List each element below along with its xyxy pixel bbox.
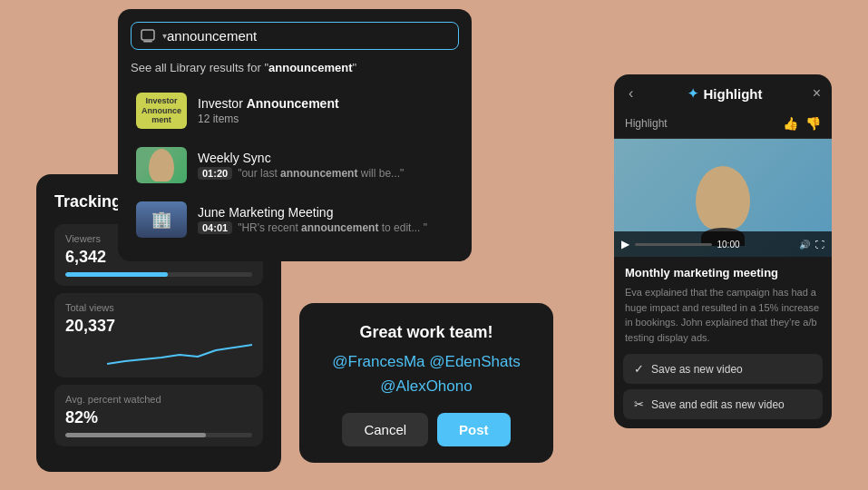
video-controls-bar[interactable]: ▶ 10:00 🔊 ⛶ xyxy=(614,231,832,257)
sparkline-area xyxy=(65,341,252,368)
highlight-info: Monthly marketing meeting Eva explained … xyxy=(614,257,832,354)
result-title-weekly: Weekly Sync xyxy=(198,151,454,165)
highlight-back-button[interactable]: ‹ xyxy=(625,83,637,103)
save-as-new-video-button[interactable]: ✓ Save as new video xyxy=(623,354,823,384)
mention-title: Great work team! xyxy=(317,323,535,342)
stat-label-total-views: Total views xyxy=(65,302,252,313)
person-face xyxy=(696,166,750,230)
video-thumbnail: ▶ 10:00 🔊 ⛶ xyxy=(614,139,832,257)
time-badge-weekly: 01:20 xyxy=(198,167,232,180)
highlight-video-title: Monthly marketing meeting xyxy=(625,266,821,279)
highlight-header: ‹ ✦ Highlight × xyxy=(614,74,832,113)
save-as-new-label: Save as new video xyxy=(651,363,743,376)
stat-bar-fill-viewers xyxy=(65,272,168,277)
search-result-june[interactable]: 🏢 June Marketing Meeting 04:01 "HR's rec… xyxy=(131,194,459,245)
time-badge-june: 04:01 xyxy=(198,221,232,234)
video-time: 10:00 xyxy=(717,240,795,250)
highlight-video-desc: Eva explained that the campaign has had … xyxy=(625,285,821,345)
result-info-investor: Investor Announcement 12 items xyxy=(198,96,454,125)
thumb-investor: InvestorAnnouncement xyxy=(136,93,187,129)
svg-rect-1 xyxy=(143,41,152,43)
search-hint: See all Library results for "announcemen… xyxy=(131,61,459,74)
highlight-title: Highlight xyxy=(704,86,763,102)
save-and-edit-button[interactable]: ✂ Save and edit as new video xyxy=(623,389,823,419)
highlight-star-icon: ✦ xyxy=(688,86,698,101)
play-icon[interactable]: ▶ xyxy=(621,238,629,250)
mention-actions: Cancel Post xyxy=(317,413,535,446)
fullscreen-icon[interactable]: ⛶ xyxy=(815,240,824,250)
search-input-row[interactable]: ▾ xyxy=(131,22,459,50)
progress-bar xyxy=(635,243,712,246)
highlight-panel: ‹ ✦ Highlight × Highlight 👍 👎 ▶ 10:00 🔊 … xyxy=(614,74,832,428)
result-count-investor: 12 items xyxy=(198,113,454,125)
stat-value-avg-watched: 82% xyxy=(65,408,252,427)
highlight-close-button[interactable]: × xyxy=(813,85,821,102)
volume-icon[interactable]: 🔊 xyxy=(799,240,810,250)
mention-panel: Great work team! @FrancesMa @EdenShats@A… xyxy=(299,303,553,463)
stat-bar-fill-avg xyxy=(65,433,206,437)
snippet-june: "HR's recent announcement to edit... " xyxy=(238,221,427,234)
highlight-actions: ✓ Save as new video ✂ Save and edit as n… xyxy=(614,354,832,428)
search-dropdown: ▾ See all Library results for "announcem… xyxy=(118,9,472,261)
result-info-weekly: Weekly Sync 01:20 "our last announcement… xyxy=(198,151,454,180)
result-title-june: June Marketing Meeting xyxy=(198,205,454,220)
result-info-june: June Marketing Meeting 04:01 "HR's recen… xyxy=(198,205,454,234)
snippet-weekly: "our last announcement will be..." xyxy=(238,167,404,180)
mention-tags: @FrancesMa @EdenShats@AlexOhono xyxy=(317,349,535,398)
thumb-june: 🏢 xyxy=(136,201,187,238)
check-icon: ✓ xyxy=(634,362,644,376)
highlight-title-row: ✦ Highlight xyxy=(688,86,763,102)
stat-label-avg-watched: Avg. percent watched xyxy=(65,394,252,405)
thumbdown-button[interactable]: 👎 xyxy=(805,116,821,131)
scissors-icon: ✂ xyxy=(634,397,644,411)
result-meta-weekly: 01:20 "our last announcement will be..." xyxy=(198,167,454,180)
search-result-investor[interactable]: InvestorAnnouncement Investor Announceme… xyxy=(131,85,459,136)
result-title-investor: Investor Announcement xyxy=(198,96,454,111)
stat-bar-viewers xyxy=(65,272,252,277)
search-input[interactable] xyxy=(167,28,449,44)
thumbup-button[interactable]: 👍 xyxy=(783,116,798,131)
highlight-subheader: Highlight 👍 👎 xyxy=(614,113,832,139)
result-meta-june: 04:01 "HR's recent announcement to edit.… xyxy=(198,221,454,234)
svg-rect-0 xyxy=(141,30,154,40)
search-type-icon xyxy=(141,29,155,44)
post-button[interactable]: Post xyxy=(437,413,511,446)
thumb-weekly xyxy=(136,147,187,183)
search-result-weekly[interactable]: Weekly Sync 01:20 "our last announcement… xyxy=(131,140,459,191)
highlight-feedback: 👍 👎 xyxy=(783,116,821,131)
stat-value-total-views: 20,337 xyxy=(65,317,252,336)
save-and-edit-label: Save and edit as new video xyxy=(651,398,785,411)
stat-total-views: Total views 20,337 xyxy=(54,293,263,377)
cancel-button[interactable]: Cancel xyxy=(342,413,428,446)
stat-avg-watched: Avg. percent watched 82% xyxy=(54,385,263,446)
stat-bar-avg xyxy=(65,433,252,437)
highlight-section-label: Highlight xyxy=(625,117,668,130)
